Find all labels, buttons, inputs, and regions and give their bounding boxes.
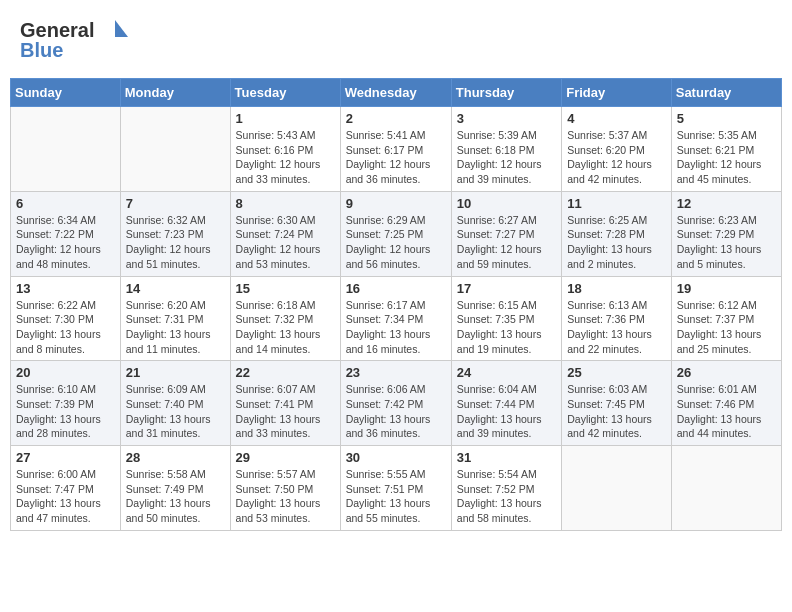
table-row: 25Sunrise: 6:03 AM Sunset: 7:45 PM Dayli… [562,361,672,446]
day-info: Sunrise: 6:00 AM Sunset: 7:47 PM Dayligh… [16,467,115,526]
day-info: Sunrise: 6:23 AM Sunset: 7:29 PM Dayligh… [677,213,776,272]
table-row: 17Sunrise: 6:15 AM Sunset: 7:35 PM Dayli… [451,276,561,361]
day-info: Sunrise: 6:27 AM Sunset: 7:27 PM Dayligh… [457,213,556,272]
table-row: 9Sunrise: 6:29 AM Sunset: 7:25 PM Daylig… [340,191,451,276]
table-row: 30Sunrise: 5:55 AM Sunset: 7:51 PM Dayli… [340,446,451,531]
day-number: 30 [346,450,446,465]
day-info: Sunrise: 6:03 AM Sunset: 7:45 PM Dayligh… [567,382,666,441]
day-number: 27 [16,450,115,465]
day-number: 13 [16,281,115,296]
table-row: 14Sunrise: 6:20 AM Sunset: 7:31 PM Dayli… [120,276,230,361]
column-header-friday: Friday [562,79,672,107]
column-header-tuesday: Tuesday [230,79,340,107]
day-info: Sunrise: 5:55 AM Sunset: 7:51 PM Dayligh… [346,467,446,526]
day-info: Sunrise: 5:57 AM Sunset: 7:50 PM Dayligh… [236,467,335,526]
table-row: 21Sunrise: 6:09 AM Sunset: 7:40 PM Dayli… [120,361,230,446]
day-number: 17 [457,281,556,296]
day-number: 12 [677,196,776,211]
day-info: Sunrise: 6:30 AM Sunset: 7:24 PM Dayligh… [236,213,335,272]
day-info: Sunrise: 6:09 AM Sunset: 7:40 PM Dayligh… [126,382,225,441]
day-info: Sunrise: 5:43 AM Sunset: 6:16 PM Dayligh… [236,128,335,187]
calendar-table: SundayMondayTuesdayWednesdayThursdayFrid… [10,78,782,531]
svg-text:General: General [20,19,94,41]
table-row: 5Sunrise: 5:35 AM Sunset: 6:21 PM Daylig… [671,107,781,192]
logo-svg: General Blue [20,15,130,65]
day-number: 21 [126,365,225,380]
day-info: Sunrise: 5:37 AM Sunset: 6:20 PM Dayligh… [567,128,666,187]
table-row: 22Sunrise: 6:07 AM Sunset: 7:41 PM Dayli… [230,361,340,446]
day-info: Sunrise: 6:32 AM Sunset: 7:23 PM Dayligh… [126,213,225,272]
day-number: 22 [236,365,335,380]
day-number: 8 [236,196,335,211]
table-row: 2Sunrise: 5:41 AM Sunset: 6:17 PM Daylig… [340,107,451,192]
day-number: 9 [346,196,446,211]
table-row: 18Sunrise: 6:13 AM Sunset: 7:36 PM Dayli… [562,276,672,361]
table-row: 7Sunrise: 6:32 AM Sunset: 7:23 PM Daylig… [120,191,230,276]
svg-text:Blue: Blue [20,39,63,61]
logo: General Blue [20,15,130,65]
day-number: 7 [126,196,225,211]
table-row: 20Sunrise: 6:10 AM Sunset: 7:39 PM Dayli… [11,361,121,446]
day-number: 19 [677,281,776,296]
table-row: 16Sunrise: 6:17 AM Sunset: 7:34 PM Dayli… [340,276,451,361]
table-row: 24Sunrise: 6:04 AM Sunset: 7:44 PM Dayli… [451,361,561,446]
day-info: Sunrise: 5:35 AM Sunset: 6:21 PM Dayligh… [677,128,776,187]
day-info: Sunrise: 6:12 AM Sunset: 7:37 PM Dayligh… [677,298,776,357]
day-number: 11 [567,196,666,211]
table-row: 3Sunrise: 5:39 AM Sunset: 6:18 PM Daylig… [451,107,561,192]
day-info: Sunrise: 6:17 AM Sunset: 7:34 PM Dayligh… [346,298,446,357]
day-number: 14 [126,281,225,296]
day-info: Sunrise: 6:04 AM Sunset: 7:44 PM Dayligh… [457,382,556,441]
column-header-wednesday: Wednesday [340,79,451,107]
day-number: 10 [457,196,556,211]
day-number: 2 [346,111,446,126]
day-number: 4 [567,111,666,126]
day-info: Sunrise: 6:10 AM Sunset: 7:39 PM Dayligh… [16,382,115,441]
day-info: Sunrise: 5:58 AM Sunset: 7:49 PM Dayligh… [126,467,225,526]
table-row: 4Sunrise: 5:37 AM Sunset: 6:20 PM Daylig… [562,107,672,192]
table-row: 31Sunrise: 5:54 AM Sunset: 7:52 PM Dayli… [451,446,561,531]
table-row: 23Sunrise: 6:06 AM Sunset: 7:42 PM Dayli… [340,361,451,446]
day-number: 3 [457,111,556,126]
day-info: Sunrise: 6:18 AM Sunset: 7:32 PM Dayligh… [236,298,335,357]
day-number: 15 [236,281,335,296]
table-row: 13Sunrise: 6:22 AM Sunset: 7:30 PM Dayli… [11,276,121,361]
column-header-thursday: Thursday [451,79,561,107]
table-row [11,107,121,192]
day-number: 23 [346,365,446,380]
day-info: Sunrise: 6:34 AM Sunset: 7:22 PM Dayligh… [16,213,115,272]
day-number: 16 [346,281,446,296]
day-number: 18 [567,281,666,296]
page-header: General Blue [10,10,782,70]
table-row: 8Sunrise: 6:30 AM Sunset: 7:24 PM Daylig… [230,191,340,276]
table-row: 10Sunrise: 6:27 AM Sunset: 7:27 PM Dayli… [451,191,561,276]
day-info: Sunrise: 5:39 AM Sunset: 6:18 PM Dayligh… [457,128,556,187]
table-row: 27Sunrise: 6:00 AM Sunset: 7:47 PM Dayli… [11,446,121,531]
column-header-sunday: Sunday [11,79,121,107]
table-row [120,107,230,192]
day-number: 5 [677,111,776,126]
table-row: 26Sunrise: 6:01 AM Sunset: 7:46 PM Dayli… [671,361,781,446]
table-row: 15Sunrise: 6:18 AM Sunset: 7:32 PM Dayli… [230,276,340,361]
day-number: 24 [457,365,556,380]
day-number: 26 [677,365,776,380]
day-info: Sunrise: 6:22 AM Sunset: 7:30 PM Dayligh… [16,298,115,357]
day-number: 28 [126,450,225,465]
table-row: 6Sunrise: 6:34 AM Sunset: 7:22 PM Daylig… [11,191,121,276]
day-number: 31 [457,450,556,465]
day-info: Sunrise: 6:20 AM Sunset: 7:31 PM Dayligh… [126,298,225,357]
day-info: Sunrise: 6:07 AM Sunset: 7:41 PM Dayligh… [236,382,335,441]
table-row: 19Sunrise: 6:12 AM Sunset: 7:37 PM Dayli… [671,276,781,361]
table-row: 1Sunrise: 5:43 AM Sunset: 6:16 PM Daylig… [230,107,340,192]
day-number: 20 [16,365,115,380]
day-number: 25 [567,365,666,380]
day-info: Sunrise: 6:29 AM Sunset: 7:25 PM Dayligh… [346,213,446,272]
day-number: 1 [236,111,335,126]
day-info: Sunrise: 6:13 AM Sunset: 7:36 PM Dayligh… [567,298,666,357]
table-row: 29Sunrise: 5:57 AM Sunset: 7:50 PM Dayli… [230,446,340,531]
day-number: 29 [236,450,335,465]
table-row: 11Sunrise: 6:25 AM Sunset: 7:28 PM Dayli… [562,191,672,276]
day-info: Sunrise: 5:41 AM Sunset: 6:17 PM Dayligh… [346,128,446,187]
table-row [562,446,672,531]
day-info: Sunrise: 6:25 AM Sunset: 7:28 PM Dayligh… [567,213,666,272]
